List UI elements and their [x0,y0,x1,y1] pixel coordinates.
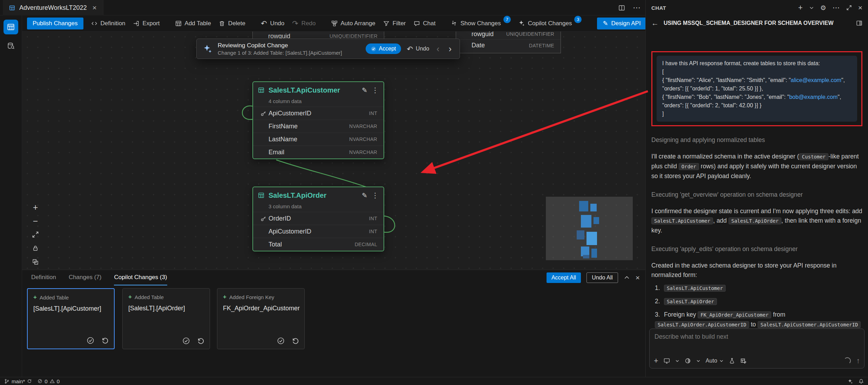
inline-code: FK_ApiOrder_ApiCustomer [698,311,771,318]
table-name: SalesLT.ApiCustomer [269,86,358,94]
chat-button[interactable]: Chat [414,20,436,27]
chat-settings-gear-icon[interactable]: ⚙ [820,4,826,12]
delete-button[interactable]: Delete [219,20,245,27]
table-header: SalesLT.ApiCustomer ✎ ⋮ [253,82,384,98]
minimap[interactable] [546,197,633,260]
change-card-apicustomer[interactable]: +Added Table [SalesLT].[ApiCustomer] [27,288,115,349]
review-title: Reviewing Copilot Change [218,42,360,49]
tab-changes[interactable]: Changes (7) [69,270,102,285]
schema-designer-icon[interactable] [4,20,18,34]
redo-button[interactable]: ↷ Redo [292,20,316,27]
column-row[interactable]: ApiCustomerID INT [253,225,384,238]
problems-indicator[interactable]: 0 0 [38,378,60,384]
email-link[interactable]: bob@example.com [789,94,838,100]
chat-input[interactable] [655,333,859,351]
git-branch-indicator[interactable]: main* [4,378,32,384]
model-picker[interactable]: Auto [706,358,724,364]
auto-arrange-button[interactable]: Auto Arrange [331,20,375,27]
screen-icon[interactable] [664,358,670,364]
show-changes-button[interactable]: Show Changes 7 [451,20,510,27]
table-menu-icon[interactable]: ⋮ [372,86,379,94]
chevron-down-icon[interactable] [696,359,700,363]
review-subtitle: Change 1 of 3: Added Table: [SalesLT].[A… [218,50,360,56]
undo-all-button[interactable]: Undo All [586,272,618,283]
export-button[interactable]: Export [133,20,160,27]
undo-button[interactable]: ↶ Undo [261,20,284,27]
add-context-icon[interactable]: + [654,356,658,365]
fit-to-screen-icon[interactable] [31,230,40,239]
export-diagram-icon[interactable] [31,257,40,266]
add-table-button[interactable]: Add Table [175,20,211,27]
mode-icon[interactable] [685,358,691,364]
tab-close-icon[interactable]: × [92,4,96,12]
column-row[interactable]: OrderID INT [253,212,384,225]
chat-thread-header: ← USING MSSQL_SCHEMA_DESIGNER FOR SCHEMA… [646,15,868,31]
close-chat-icon[interactable]: × [858,4,862,12]
sync-icon[interactable] [27,379,32,384]
table-card-apicustomer[interactable]: SalesLT.ApiCustomer ✎ ⋮ 4 column data Ap… [252,81,384,159]
table-menu-icon[interactable]: ⋮ [372,191,379,200]
column-row[interactable]: Total DECIMAL [253,238,384,251]
close-panel-icon[interactable]: × [636,273,640,282]
tab-definition[interactable]: Definition [31,270,56,285]
edit-table-icon[interactable]: ✎ [362,191,367,200]
column-row[interactable]: FirstName NVARCHAR [253,120,384,133]
definition-button[interactable]: Definition [91,20,126,27]
copilot-changes-button[interactable]: Copilot Changes 3 [518,20,582,27]
send-icon[interactable]: ↑ [856,357,860,365]
undo-change-icon[interactable] [292,337,299,345]
undo-change-icon[interactable] [101,337,109,344]
accept-change-icon[interactable] [277,337,285,345]
chat-more-actions-icon[interactable]: ⋯ [833,4,840,12]
open-in-editor-icon[interactable] [856,20,862,26]
accept-change-icon[interactable] [87,337,94,344]
previous-change-icon[interactable]: ‹ [435,45,441,53]
editor-more-actions-icon[interactable]: ⋯ [633,3,640,12]
chevron-down-icon[interactable] [809,5,814,10]
filter-button[interactable]: Filter [383,20,406,27]
table-card-apiorder[interactable]: SalesLT.ApiOrder ✎ ⋮ 3 column data Order… [252,187,384,251]
vscode-window: AdventureWorksLT2022 × ⋯ Publish Changes… [0,0,868,385]
accept-change-button[interactable]: Accept [366,43,401,54]
column-row[interactable]: LastName NVARCHAR [253,133,384,146]
editor-tab-bar: AdventureWorksLT2022 × ⋯ [0,0,645,15]
accept-all-button[interactable]: Accept All [547,272,581,283]
database-search-icon[interactable] [4,39,18,53]
zoom-in-icon[interactable]: + [31,203,40,212]
inline-code: Customer [799,153,828,160]
undo-change-icon[interactable] [197,337,205,345]
partial-table[interactable]: rowguid UNIQUEIDENTIFIER Date DATETIME [456,32,561,53]
notifications-bell-icon[interactable] [859,379,864,384]
copilot-status-icon[interactable] [848,379,853,384]
zoom-out-icon[interactable]: − [31,216,40,225]
git-branch-icon [4,379,9,384]
tools-icon[interactable] [729,358,735,364]
errors-icon [38,379,42,384]
back-icon[interactable]: ← [651,19,659,27]
next-change-icon[interactable]: › [447,45,453,53]
chat-panel: CHAT + ⚙ ⋯ × ← USING MSSQL_SCHEMA_DESIGN… [645,0,868,377]
edit-table-icon[interactable]: ✎ [362,86,367,94]
schema-canvas[interactable]: rowguid UNIQUEIDENTIFIER rowguid UNIQUEI… [22,32,645,270]
email-link[interactable]: alice@example.com [791,77,841,83]
chevron-down-icon[interactable] [675,359,679,363]
change-card-apiorder[interactable]: +Added Table [SalesLT].[ApiOrder] [122,288,210,349]
split-editor-icon[interactable] [618,5,625,11]
new-chat-icon[interactable]: + [798,3,803,12]
tab-adventureworks[interactable]: AdventureWorksLT2022 × [3,0,103,15]
maximize-panel-icon[interactable] [846,5,852,11]
column-row[interactable]: Email NVARCHAR [253,146,384,158]
design-api-button[interactable]: ✎ Design API [597,18,645,29]
chat-input-box[interactable]: + Auto ↑ [649,329,864,369]
publish-changes-button[interactable]: Publish Changes [27,18,83,29]
accept-change-icon[interactable] [182,337,190,345]
column-row[interactable]: ApiCustomerID INT [253,107,384,120]
inline-code: SalesLT.ApiOrder [664,298,717,305]
table-designer-icon [9,5,15,11]
lock-icon[interactable] [31,244,40,253]
undo-change-button[interactable]: ↶ Undo [407,45,429,53]
collapse-panel-icon[interactable] [624,275,630,281]
change-card-foreign-key[interactable]: +Added Foreign Key FK_ApiOrder_ApiCustom… [217,288,305,349]
tab-copilot-changes[interactable]: Copilot Changes (3) [114,270,167,285]
chat-input-toolbar: + Auto ↑ [654,356,860,365]
